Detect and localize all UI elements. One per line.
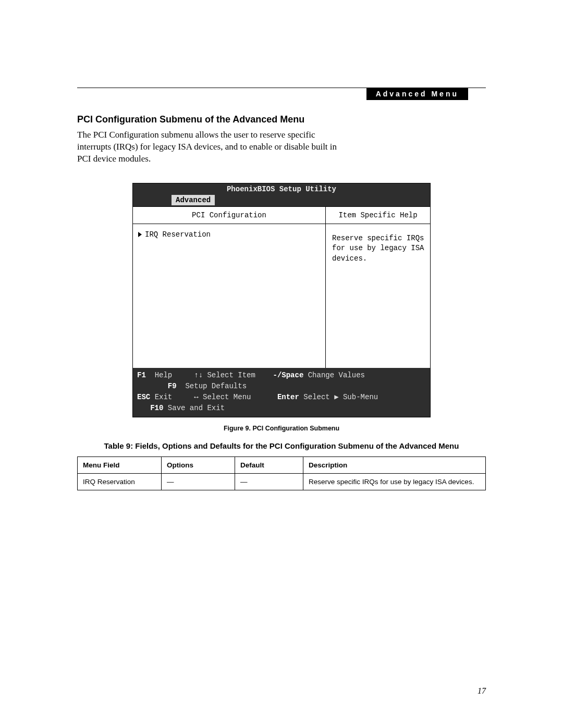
label-exit: Exit <box>155 393 173 401</box>
table-title: Table 9: Fields, Options and Defaults fo… <box>77 441 486 450</box>
figure-caption: Figure 9. PCI Configuration Submenu <box>77 425 486 432</box>
triangle-icon <box>138 232 142 237</box>
label-help: Help <box>155 371 173 379</box>
label-select-menu: Select Menu <box>203 393 251 401</box>
th-description: Description <box>303 456 486 473</box>
th-options: Options <box>162 456 235 473</box>
document-page: Advanced Menu PCI Configuration Submenu … <box>0 0 563 728</box>
key-updown: ↑↓ <box>194 371 203 379</box>
label-save-exit: Save and Exit <box>168 404 225 412</box>
cell-field: IRQ Reservation <box>78 473 162 490</box>
bios-right-header: Item Specific Help <box>326 207 430 224</box>
section-body: The PCI Configuration submenu allows the… <box>77 129 348 165</box>
bios-screenshot: PhoenixBIOS Setup Utility Advanced PCI C… <box>132 183 431 417</box>
th-menu-field: Menu Field <box>78 456 162 473</box>
bios-footer: F1 Help ↑↓ Select Item -/Space Change Va… <box>133 368 430 417</box>
bios-main: PCI Configuration IRQ Reservation Item S… <box>133 206 430 368</box>
key-f10: F10 <box>150 404 163 412</box>
key-minus-space: -/Space <box>273 371 304 379</box>
bios-tab-bar: Advanced <box>133 195 430 206</box>
label-change-values: Change Values <box>308 371 365 379</box>
options-table: Menu Field Options Default Description I… <box>77 456 486 490</box>
key-f1: F1 <box>137 371 146 379</box>
label-select-item: Select Item <box>207 371 255 379</box>
header-badge: Advanced Menu <box>366 88 468 100</box>
bios-tab-advanced: Advanced <box>172 195 215 205</box>
bios-left-pane: PCI Configuration IRQ Reservation <box>133 207 326 368</box>
label-select-submenu: Select ▶ Sub-Menu <box>303 393 378 401</box>
cell-description: Reserve specific IRQs for use by legacy … <box>303 473 486 490</box>
key-f9: F9 <box>168 382 177 390</box>
bios-right-pane: Item Specific Help Reserve specific IRQs… <box>326 207 430 368</box>
page-number: 17 <box>478 686 486 696</box>
th-default: Default <box>235 456 303 473</box>
key-leftright: ↔ <box>194 393 198 401</box>
label-setup-defaults: Setup Defaults <box>185 382 247 390</box>
section-title: PCI Configuration Submenu of the Advance… <box>77 114 486 125</box>
bios-left-header: PCI Configuration <box>133 207 325 224</box>
key-enter: Enter <box>277 393 299 401</box>
cell-options: — <box>162 473 235 490</box>
bios-title: PhoenixBIOS Setup Utility <box>133 183 430 195</box>
cell-default: — <box>235 473 303 490</box>
bios-item-irq: IRQ Reservation <box>145 230 211 239</box>
top-rule: Advanced Menu <box>77 88 486 88</box>
table-row: IRQ Reservation — — Reserve specific IRQ… <box>78 473 486 490</box>
bios-right-body: Reserve specific IRQs for use by legacy … <box>326 224 430 270</box>
key-esc: ESC <box>137 393 150 401</box>
bios-left-body: IRQ Reservation <box>133 224 325 368</box>
table-header-row: Menu Field Options Default Description <box>78 456 486 473</box>
